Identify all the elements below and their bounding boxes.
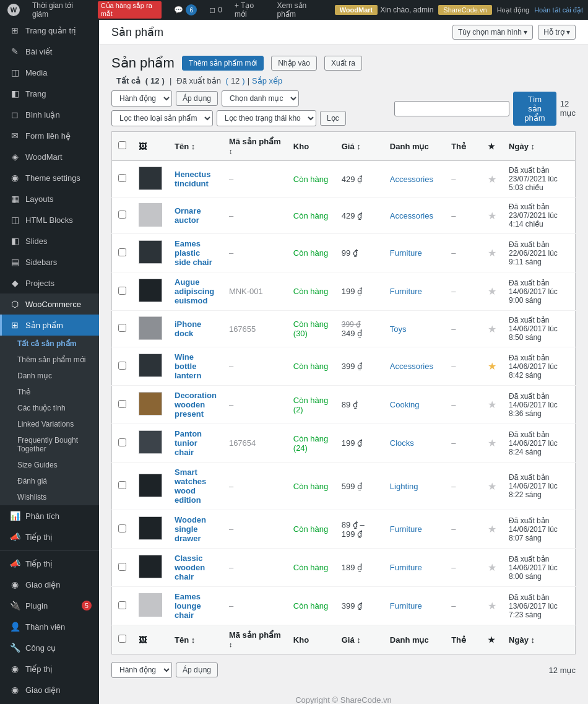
sidebar-item-woodmart[interactable]: ◈ WoodMart xyxy=(0,146,99,167)
category-link[interactable]: Furniture xyxy=(390,248,422,258)
featured-star[interactable]: ★ xyxy=(488,524,496,534)
comments-item[interactable]: 💬 6 xyxy=(171,4,199,15)
featured-star[interactable]: ★ xyxy=(488,399,496,410)
product-name-link[interactable]: Decoration wooden present xyxy=(175,391,217,419)
row-checkbox[interactable] xyxy=(118,248,126,256)
sidebar-item-plugin2[interactable]: 🔌 Plugin 5 xyxy=(0,700,99,704)
sidebar-item-layouts[interactable]: ▦ Layouts xyxy=(0,188,99,209)
category-link[interactable]: Furniture xyxy=(390,287,422,296)
add-product-button[interactable]: Thêm sản phẩm mới xyxy=(182,56,264,71)
row-checkbox[interactable] xyxy=(118,400,126,408)
row-checkbox[interactable] xyxy=(118,362,126,370)
submenu-wishlists[interactable]: Wishlists xyxy=(0,489,99,505)
product-name-link[interactable]: iPhone dock xyxy=(175,319,201,338)
sidebar-item-slides[interactable]: ◧ Slides xyxy=(0,230,99,251)
export-button[interactable]: Xuất ra xyxy=(324,56,362,71)
product-name-link[interactable]: Eames plastic side chair xyxy=(175,239,212,267)
help-button[interactable]: Hỗ trợ ▾ xyxy=(538,25,576,40)
row-checkbox[interactable] xyxy=(118,174,126,182)
product-name-link[interactable]: Henectus tincidunt xyxy=(175,170,211,188)
product-name-link[interactable]: Ornare auctor xyxy=(175,206,201,225)
apply-button-bottom[interactable]: Áp dụng xyxy=(176,663,218,677)
th-price[interactable]: Giá ↕ xyxy=(335,132,384,161)
sidebar-item-marketing[interactable]: 📣 Tiếp thị xyxy=(0,526,99,547)
select-all-checkbox[interactable] xyxy=(118,141,126,149)
featured-star[interactable]: ★ xyxy=(488,438,496,448)
category-link[interactable]: Lighting xyxy=(390,482,418,491)
row-checkbox[interactable] xyxy=(118,287,126,295)
filter-button[interactable]: Lọc xyxy=(320,111,346,126)
sidebar-item-posts[interactable]: ✎ Bài viết xyxy=(0,41,99,62)
tfoot-price[interactable]: Giá ↕ xyxy=(335,625,384,654)
featured-star[interactable]: ★ xyxy=(488,481,496,492)
create-new-item[interactable]: + Tạo mới xyxy=(232,1,267,19)
category-link[interactable]: Furniture xyxy=(390,524,422,534)
category-link[interactable]: Accessories xyxy=(390,175,433,184)
featured-star[interactable]: ★ xyxy=(488,286,496,297)
sidebar-item-contact[interactable]: ✉ Form liên hệ xyxy=(0,125,99,146)
sidebar-item-pages[interactable]: ◧ Trang xyxy=(0,83,99,104)
row-checkbox[interactable] xyxy=(118,438,126,446)
product-name-link[interactable]: Augue adipiscing euismod xyxy=(175,277,214,305)
sidebar-item-plugin[interactable]: 🔌 Plugin 5 xyxy=(0,595,99,616)
site-badge-item[interactable]: Của hàng sắp ra mắt xyxy=(95,1,165,19)
sidebar-item-tiep-thi[interactable]: 📣 Tiếp thị xyxy=(0,553,99,574)
search-button[interactable]: Tìm sản phẩm xyxy=(513,92,556,126)
status-select[interactable]: Lọc theo trạng thái kho xyxy=(217,110,316,126)
submenu-tags[interactable]: Thẻ xyxy=(0,384,99,400)
sidebar-item-cong-cu[interactable]: 🔧 Công cụ xyxy=(0,637,99,658)
view-store-item[interactable]: Xem sản phẩm xyxy=(275,1,325,19)
category-link[interactable]: Accessories xyxy=(390,362,433,371)
row-checkbox[interactable] xyxy=(118,601,126,609)
category-link[interactable]: Furniture xyxy=(390,563,422,572)
sidebar-item-analytics[interactable]: 📊 Phân tích xyxy=(0,505,99,526)
featured-star[interactable]: ★ xyxy=(488,601,496,611)
product-name-link[interactable]: Classic wooden chair xyxy=(175,554,205,581)
row-checkbox[interactable] xyxy=(118,524,126,532)
sidebar-item-giao-dien[interactable]: ◉ Giao diện xyxy=(0,574,99,595)
row-checkbox[interactable] xyxy=(118,481,126,489)
sidebar-item-projects[interactable]: ◆ Projects xyxy=(0,272,99,293)
search-input[interactable] xyxy=(394,101,509,116)
featured-star[interactable]: ★ xyxy=(488,174,496,185)
sidebar-item-giao-dien2[interactable]: ◉ Giao diện xyxy=(0,679,99,700)
action-select[interactable]: Hành động xyxy=(111,90,172,106)
submenu-all-products[interactable]: Tất cả sản phẩm xyxy=(0,336,99,352)
sidebar-item-tiep-thi2[interactable]: ◉ Tiếp thị xyxy=(0,658,99,679)
product-name-link[interactable]: Wine bottle lantern xyxy=(175,352,201,380)
featured-star[interactable]: ★ xyxy=(488,361,496,372)
display-options-button[interactable]: Tùy chọn màn hình ▾ xyxy=(452,25,533,40)
sidebar-item-thanh-vien[interactable]: 👤 Thành viên xyxy=(0,616,99,637)
sidebar-item-sidebars[interactable]: ▤ Sidebars xyxy=(0,251,99,272)
th-name[interactable]: Tên ↕ xyxy=(168,132,223,161)
submenu-frequently-bought[interactable]: Frequently Bought Together xyxy=(0,432,99,457)
type-select[interactable]: Lọc theo loại sản phẩm xyxy=(111,110,213,126)
site-name-item[interactable]: Thời gian tới giám xyxy=(30,1,88,19)
category-link[interactable]: Furniture xyxy=(390,601,422,611)
featured-star[interactable]: ★ xyxy=(488,324,496,334)
row-checkbox[interactable] xyxy=(118,211,126,219)
submenu-linked-variations[interactable]: Linked Variations xyxy=(0,416,99,432)
category-link[interactable]: Clocks xyxy=(390,438,414,448)
featured-star[interactable]: ★ xyxy=(488,562,496,573)
submenu-categories[interactable]: Danh mục xyxy=(0,368,99,384)
category-select[interactable]: Chọn danh mục xyxy=(222,90,299,106)
submenu-reviews[interactable]: Đánh giá xyxy=(0,473,99,489)
tab-sort[interactable]: Sắp xếp xyxy=(252,76,282,85)
action-select-bottom[interactable]: Hành động xyxy=(111,662,172,678)
select-all-checkbox-bottom[interactable] xyxy=(118,635,126,643)
sidebar-item-comments[interactable]: ◻ Bình luận xyxy=(0,104,99,125)
th-date[interactable]: Ngày ↕ xyxy=(503,132,575,161)
woodmart-item[interactable]: WoodMart xyxy=(332,5,381,15)
submenu-attributes[interactable]: Các thuộc tính xyxy=(0,400,99,416)
replies-item[interactable]: ◻ 0 xyxy=(207,6,225,14)
sidebar-item-dashboard[interactable]: ⊞ Trang quản trị xyxy=(0,20,99,41)
category-link[interactable]: Accessories xyxy=(390,211,433,220)
sidebar-item-woocommerce[interactable]: ⬡ WooCommerce xyxy=(0,293,99,315)
product-name-link[interactable]: Wooden single drawer xyxy=(175,515,206,543)
tab-published[interactable]: Đã xuất bản (12) xyxy=(174,76,244,85)
row-checkbox[interactable] xyxy=(118,324,126,332)
product-name-link[interactable]: Eames lounge chair xyxy=(175,592,201,620)
category-link[interactable]: Cooking xyxy=(390,400,420,409)
sidebar-item-html-blocks[interactable]: ◫ HTML Blocks xyxy=(0,209,99,230)
